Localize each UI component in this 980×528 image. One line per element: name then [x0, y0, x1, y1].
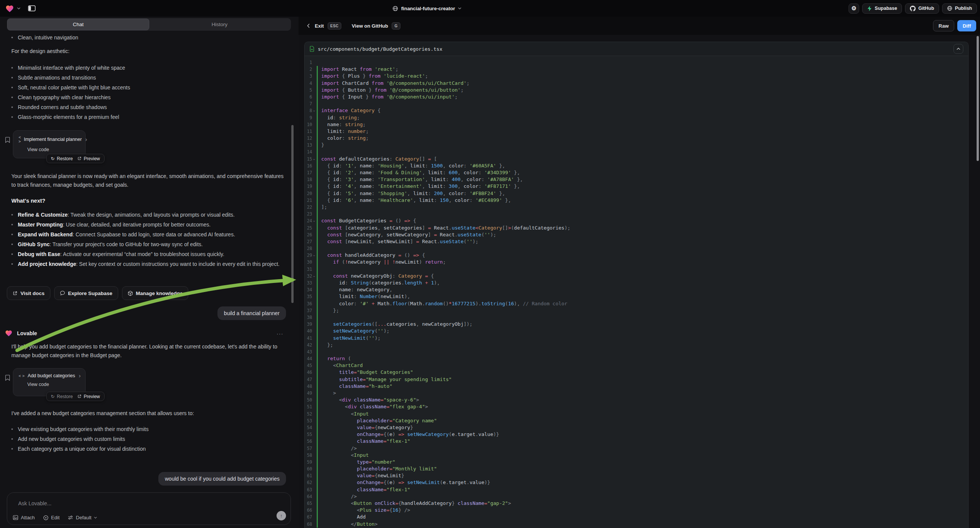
code-text: <div className="flex gap-4"> — [321, 403, 428, 410]
composer-toolbar: Attach Edit Default — [13, 515, 97, 520]
settings-button[interactable]: ⚙ — [848, 3, 859, 14]
preview-button[interactable]: Preview — [77, 156, 100, 161]
diff-added-bar — [317, 280, 318, 286]
raw-toggle-button[interactable]: Raw — [933, 20, 955, 32]
mode-select[interactable]: Default — [68, 515, 97, 520]
edit-button[interactable]: Edit — [43, 515, 59, 520]
tab-chat[interactable]: Chat — [8, 19, 149, 30]
fold-spacer — [312, 403, 316, 410]
view-code-link[interactable]: View code — [13, 143, 85, 152]
line-number: 28 — [305, 245, 312, 252]
lovable-heart-logo[interactable] — [5, 5, 14, 13]
code-line: 54 value={newCategory} — [305, 424, 968, 431]
code-text: setNewCategory(''); — [321, 328, 390, 334]
fold-chevron-icon[interactable]: › — [312, 107, 316, 114]
back-chevron-icon[interactable] — [307, 24, 310, 28]
code-text: className="flex-1" — [321, 438, 410, 445]
project-switcher[interactable]: financial-future-creator — [393, 0, 461, 17]
fold-spacer — [312, 348, 316, 355]
exit-button[interactable]: Exit — [315, 23, 324, 29]
attach-button[interactable]: Attach — [13, 515, 35, 520]
code-line: 49 > — [305, 390, 968, 396]
window-scrollbar-thumb[interactable] — [977, 36, 979, 161]
supabase-button[interactable]: Supabase — [862, 3, 902, 14]
line-number: 14 — [305, 148, 312, 155]
fold-spacer — [312, 238, 316, 245]
github-icon — [910, 6, 916, 11]
diff-added-bar — [317, 348, 318, 355]
code-text: placeholder="Category name" — [321, 417, 437, 424]
globe-icon — [393, 6, 398, 11]
line-number: 17 — [305, 169, 312, 176]
view-code-link[interactable]: View code — [13, 379, 85, 387]
code-text: } — [321, 142, 324, 148]
line-number: 16 — [305, 162, 312, 169]
diff-added-bar — [317, 245, 318, 252]
preview-button[interactable]: Preview — [77, 394, 100, 399]
chat-scrollbar-thumb[interactable] — [291, 125, 294, 303]
code-text: const defaultCategories: Category[] = [ — [321, 156, 437, 162]
fold-spacer — [312, 438, 316, 445]
logo-menu-chevron-icon[interactable] — [17, 7, 21, 10]
diff-added-bar — [317, 390, 318, 396]
file-header[interactable]: src/components/budget/BudgetCategories.t… — [305, 42, 968, 56]
fold-spacer — [312, 87, 316, 94]
message-menu-button[interactable]: ··· — [277, 330, 283, 337]
sidebar-toggle-icon[interactable] — [28, 5, 36, 12]
view-on-github-button[interactable]: View on GitHub — [352, 23, 388, 29]
line-number: 38 — [305, 314, 312, 321]
line-number: 44 — [305, 355, 312, 362]
line-number: 21 — [305, 197, 312, 204]
line-number: 34 — [305, 286, 312, 293]
bookmark-icon[interactable] — [5, 374, 11, 381]
code-text: <ChartCard — [321, 362, 363, 369]
diff-added-bar — [317, 197, 318, 204]
restore-button[interactable]: ↻Restore — [51, 394, 73, 399]
code-text: <div className="space-y-6"> — [321, 396, 419, 403]
gear-icon: ⚙ — [851, 5, 856, 12]
view-mode-group: Raw Diff — [933, 20, 976, 32]
fold-chevron-icon[interactable]: › — [312, 252, 316, 259]
code-line: 43 — [305, 348, 968, 355]
fold-spacer — [312, 500, 316, 507]
explore-supabase-button[interactable]: Explore Supabase — [54, 286, 118, 300]
send-button[interactable]: ↑ — [277, 511, 286, 520]
line-number: 31 — [305, 266, 312, 273]
diff-added-bar — [317, 148, 318, 155]
code-line: 37 }; — [305, 307, 968, 314]
list-item: Debug with Ease: Activate our experiment… — [11, 249, 286, 259]
line-number: 9 — [305, 115, 312, 121]
fold-spacer — [312, 472, 316, 479]
restore-button[interactable]: ↻Restore — [51, 156, 73, 161]
tab-history[interactable]: History — [149, 19, 290, 30]
user-message: would be cool if you could add budget ca… — [158, 472, 286, 485]
bookmark-icon[interactable] — [5, 136, 11, 143]
collapse-file-button[interactable] — [953, 44, 963, 54]
diff-added-bar — [317, 286, 318, 293]
code-text: { id: '3', name: 'Transportation', limit… — [321, 176, 523, 183]
fold-chevron-icon[interactable]: › — [312, 156, 316, 162]
code-text: import { Input } from '@/components/ui/i… — [321, 94, 458, 100]
line-number: 27 — [305, 238, 312, 245]
code-line: 41 setNewLimit(''); — [305, 335, 968, 342]
line-number: 39 — [305, 321, 312, 328]
code-line: 30 if (!newCategory || !newLimit) return… — [305, 259, 968, 266]
fold-spacer — [312, 266, 316, 273]
diff-added-bar — [317, 493, 318, 500]
publish-button[interactable]: Publish — [942, 3, 977, 14]
fold-spacer — [312, 66, 316, 73]
line-number: 4 — [305, 80, 312, 87]
bullet-dot — [11, 214, 13, 216]
github-button[interactable]: GitHub — [905, 3, 939, 14]
line-number: 60 — [305, 466, 312, 472]
code-line: 59 type="number" — [305, 459, 968, 466]
line-number: 56 — [305, 438, 312, 445]
diff-toggle-button[interactable]: Diff — [957, 20, 976, 32]
diff-added-bar — [317, 211, 318, 218]
fold-chevron-icon[interactable]: › — [312, 273, 316, 280]
visit-docs-button[interactable]: Visit docs — [7, 286, 50, 300]
manage-knowledge-button[interactable]: Manage knowledge — [122, 286, 189, 300]
line-number: 61 — [305, 472, 312, 479]
fold-chevron-icon[interactable]: › — [312, 218, 316, 224]
chat-composer[interactable]: Ask Lovable... Attach Edit Default ↑ — [7, 492, 291, 525]
